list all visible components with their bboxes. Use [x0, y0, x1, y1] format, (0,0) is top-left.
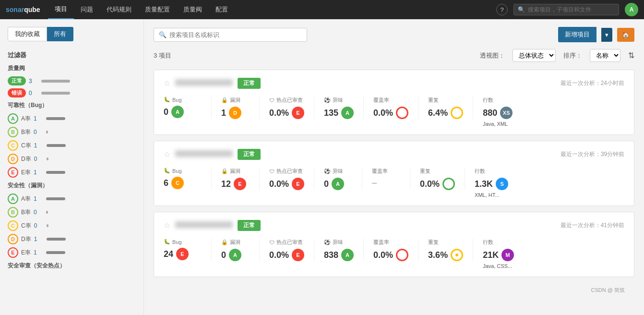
bug-label: 🐛 Bug — [164, 168, 202, 174]
security-b: B B率 0 — [8, 207, 136, 218]
nav-item-config[interactable]: 配置 — [209, 0, 235, 19]
sec-label-a: A率 — [21, 195, 31, 203]
hotspot-label: 🛡 热点已审查 — [269, 97, 304, 104]
tab-mine[interactable]: 我的收藏 — [8, 27, 47, 41]
metric-coverage: 覆盖率 0.0% — [364, 97, 418, 119]
sec-label-e: E率 — [21, 249, 31, 257]
coverage-value-row: – — [372, 178, 400, 188]
metric-hotspot: 🛡 热点已审查 0.0% E — [260, 239, 314, 261]
letter-d[interactable]: D — [8, 154, 18, 164]
dup-value: 6.4% — [428, 108, 448, 118]
letter-a[interactable]: A — [8, 113, 18, 124]
coverage-ring — [396, 249, 408, 261]
bar-a — [46, 117, 65, 120]
sec-letter-c[interactable]: C — [8, 220, 18, 231]
status-badge: 正常 — [238, 149, 261, 160]
reliability-e: E E率 1 — [8, 167, 136, 178]
nav-item-quality-profiles[interactable]: 质量配置 — [138, 0, 177, 19]
bug-value-row: 0 A — [164, 106, 202, 118]
lines-value-row: 880 XS — [483, 107, 513, 119]
sec-bar-d — [47, 238, 66, 241]
star-icon[interactable]: ☆ — [164, 79, 170, 88]
badge-ok[interactable]: 正常 — [8, 76, 26, 85]
quality-gate-filter: 质量阀 正常 3 错误 0 — [8, 64, 136, 97]
letter-b[interactable]: B — [8, 127, 18, 137]
smell-count: 135 — [324, 108, 338, 118]
letter-e[interactable]: E — [8, 167, 18, 178]
project-search-box[interactable]: 🔍 — [154, 28, 307, 42]
main-content: 🔍 新增项目 ▾ 🏠 3 项目 透视图： 总体状态 排序： 名称 ⇅ — [144, 19, 644, 315]
view-label: 透视图： — [480, 51, 505, 60]
size-badge: M — [501, 249, 514, 261]
home-button[interactable]: 🏠 — [617, 28, 634, 42]
sort-select[interactable]: 名称 — [590, 49, 620, 62]
add-project-arrow-button[interactable]: ▾ — [601, 28, 612, 42]
nav-item-rules[interactable]: 代码规则 — [100, 0, 138, 19]
dup-ring — [442, 178, 455, 190]
metric-coverage: 覆盖率 0.0% — [364, 239, 418, 261]
card-header: ☆ 正常 最近一次分析：39分钟前 — [164, 149, 624, 160]
security-filter: 安全性（漏洞） A A率 1 B B率 0 C C率 0 D D率 — [8, 182, 136, 258]
sec-letter-a[interactable]: A — [8, 194, 18, 204]
top-navigation: sonarqube 项目 问题 代码规则 质量配置 质量阀 配置 ? 🔍 A — [0, 0, 644, 19]
project-name[interactable] — [175, 221, 233, 230]
sec-letter-e[interactable]: E — [8, 247, 18, 258]
bar-b-small — [46, 131, 48, 133]
star-icon[interactable]: ☆ — [164, 221, 170, 230]
nav-item-quality-gates[interactable]: 质量阀 — [177, 0, 209, 19]
project-search-input[interactable] — [169, 31, 302, 38]
lock-icon: 🔒 — [221, 239, 228, 245]
letter-c[interactable]: C — [8, 140, 18, 151]
add-project-button[interactable]: 新增项目 — [558, 27, 596, 42]
hotspot-value: 0.0% — [269, 108, 289, 118]
sec-count-d: 1 — [34, 236, 44, 242]
hotspot-label: 🛡 热点已审查 — [269, 168, 304, 175]
sort-order-icon[interactable]: ⇅ — [628, 51, 634, 60]
project-name[interactable] — [175, 79, 233, 87]
help-button[interactable]: ? — [496, 4, 508, 15]
global-search[interactable]: 🔍 — [513, 4, 619, 15]
coverage-ring — [396, 107, 408, 119]
lines-value-row: 21K M — [483, 249, 514, 261]
dup-value: 0.0% — [420, 179, 440, 189]
sub-toolbar: 3 项目 透视图： 总体状态 排序： 名称 ⇅ — [154, 49, 634, 62]
card-metrics: 🐛 Bug 6 C 🔒 漏洞 12 E — [164, 168, 624, 198]
sec-bar-a — [46, 197, 65, 200]
nav-right: ? 🔍 A — [496, 3, 638, 16]
count-b: 0 — [34, 129, 43, 135]
nav-item-projects[interactable]: 项目 — [48, 0, 74, 19]
label-b-rate: B率 — [21, 128, 31, 136]
user-avatar[interactable]: A — [625, 3, 638, 16]
hotspot-rating: E — [292, 249, 304, 261]
security-a: A A率 1 — [8, 194, 136, 204]
bug-value-row: 6 C — [164, 177, 202, 189]
metric-dup: 重复 3.6% — [418, 239, 473, 261]
card-header: ☆ 正常 最近一次分析：41分钟前 — [164, 220, 624, 231]
hotspot-value: 0.0% — [269, 250, 289, 260]
sec-bar-e — [46, 251, 65, 254]
nav-item-issues[interactable]: 问题 — [74, 0, 100, 19]
hotspot-rating: E — [292, 107, 304, 119]
bug-rating: E — [176, 248, 189, 260]
star-icon[interactable]: ☆ — [164, 150, 170, 159]
project-card: ☆ 正常 最近一次分析：39分钟前 🐛 Bug 6 C — [154, 141, 634, 206]
reliability-b: B B率 0 — [8, 127, 136, 137]
analysis-time: 最近一次分析：39分钟前 — [561, 150, 624, 158]
view-select[interactable]: 总体状态 — [513, 49, 556, 62]
project-name[interactable] — [175, 150, 233, 158]
sec-letter-b[interactable]: B — [8, 207, 18, 218]
badge-error[interactable]: 错误 — [8, 88, 26, 97]
sec-count-e: 1 — [34, 249, 43, 256]
sec-label-d: D率 — [21, 235, 31, 243]
lang-label: XML, HT... — [475, 192, 508, 198]
vuln-value-row: 0 A — [221, 249, 250, 261]
smell-icon: ⚽ — [324, 168, 331, 174]
tab-all[interactable]: 所有 — [47, 27, 73, 41]
bug-label: 🐛 Bug — [164, 239, 202, 245]
hotspot-label: 🛡 热点已审查 — [269, 239, 304, 246]
metric-hotspot: 🛡 热点已审查 0.0% E — [260, 97, 314, 119]
global-search-input[interactable] — [528, 6, 614, 13]
sec-letter-d[interactable]: D — [8, 234, 18, 244]
vuln-label: 🔒 漏洞 — [221, 97, 250, 104]
coverage-value: 0.0% — [373, 108, 393, 118]
